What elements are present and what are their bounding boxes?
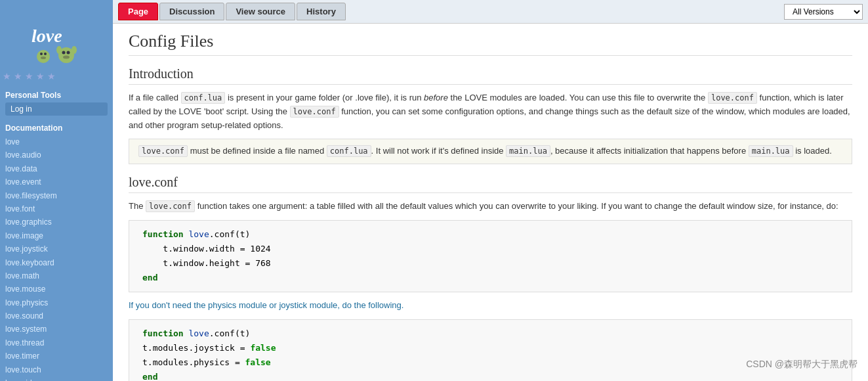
sidebar-link-love-sound[interactable]: love.sound	[5, 309, 108, 323]
intro-paragraph: If a file called conf.lua is present in …	[129, 91, 852, 132]
note-text4: is loaded.	[793, 146, 832, 156]
loveconf-code1: love.conf	[146, 200, 195, 212]
sidebar-link-love[interactable]: love	[5, 135, 108, 148]
cb2-end: end	[142, 372, 157, 381]
intro-code1: conf.lua	[181, 92, 226, 104]
svg-point-9	[56, 46, 62, 54]
code-block-2: function love.conf(t) t.modules.joystick…	[129, 319, 852, 381]
topbar: Page Discussion View source History All …	[113, 0, 868, 24]
sidebar-link-love-font[interactable]: love.font	[5, 202, 108, 215]
cb1-end: end	[142, 273, 157, 282]
cb1-line3: t.window.height = 768	[142, 258, 271, 268]
sidebar-link-love-timer[interactable]: love.timer	[5, 349, 108, 363]
sidebar: love ★ ★ ★ ★ ★ Pers	[0, 0, 113, 381]
intro-text-a: If a file called	[129, 93, 181, 102]
svg-point-7	[67, 51, 70, 55]
cb2-val3: false	[245, 357, 271, 367]
intro-code2: love.conf	[708, 92, 757, 104]
stars-decoration: ★ ★ ★ ★ ★	[3, 71, 56, 81]
documentation-section: Documentation lovelove.audiolove.datalov…	[0, 120, 113, 381]
logo-area: love ★ ★ ★ ★ ★	[0, 0, 113, 87]
loveconf-text-a: The	[129, 201, 146, 211]
if-text: If you don't need the physics module or …	[129, 299, 852, 313]
svg-point-6	[62, 51, 66, 55]
sidebar-link-love-event[interactable]: love.event	[5, 175, 108, 189]
sidebar-link-love-data[interactable]: love.data	[5, 162, 108, 175]
login-button[interactable]: Log in	[5, 102, 108, 116]
sidebar-link-love-math[interactable]: love.math	[5, 269, 108, 282]
note-text2: . It will not work if it's defined insid…	[371, 146, 506, 156]
svg-point-2	[40, 53, 43, 55]
note-box: love.conf must be defined inside a file …	[129, 139, 852, 164]
cb1-rest1: .conf(t)	[209, 229, 251, 239]
cb2-kw1: function	[142, 328, 188, 338]
loveconf-heading: love.conf	[129, 175, 852, 193]
content-area: Config Files Introduction If a file call…	[113, 24, 868, 381]
tab-view-source[interactable]: View source	[226, 3, 295, 20]
cb2-fn1: love	[188, 328, 209, 338]
sidebar-link-love-system[interactable]: love.system	[5, 323, 108, 336]
intro-text-b: is present in your game folder (or .love…	[225, 93, 424, 102]
note-code2: conf.lua	[327, 145, 371, 157]
svg-point-4	[41, 56, 46, 59]
svg-point-10	[72, 46, 77, 54]
note-code3: main.lua	[506, 145, 550, 157]
sidebar-link-love-physics[interactable]: love.physics	[5, 296, 108, 309]
sidebar-link-love-filesystem[interactable]: love.filesystem	[5, 189, 108, 202]
page-title: Config Files	[129, 32, 852, 56]
svg-text:love: love	[31, 26, 62, 46]
sidebar-link-love-video[interactable]: love.video	[5, 376, 108, 381]
tab-page[interactable]: Page	[118, 3, 158, 20]
note-code4: main.lua	[749, 145, 793, 157]
cb2-rest1: .conf(t)	[209, 328, 251, 338]
cb2-line2: t.modules.joystick =	[142, 343, 250, 353]
sidebar-link-love-thread[interactable]: love.thread	[5, 336, 108, 349]
documentation-title: Documentation	[5, 123, 108, 133]
note-code1: love.conf	[138, 145, 188, 157]
personal-tools-section: Personal Tools Log in	[0, 87, 113, 120]
svg-point-3	[44, 53, 47, 55]
loveconf-paragraph: The love.conf function takes one argumen…	[129, 200, 852, 213]
code-block-1: function love.conf(t) t.window.width = 1…	[129, 220, 852, 292]
tab-history[interactable]: History	[297, 3, 346, 20]
intro-italic: before	[424, 93, 448, 102]
cb1-kw1: function	[142, 229, 188, 239]
cb2-line3: t.modules.physics =	[142, 357, 245, 367]
sidebar-link-love-graphics[interactable]: love.graphics	[5, 215, 108, 229]
sidebar-link-love-touch[interactable]: love.touch	[5, 363, 108, 376]
tab-discussion[interactable]: Discussion	[159, 3, 224, 20]
svg-point-8	[63, 56, 70, 59]
versions-select[interactable]: All Versions	[784, 4, 863, 20]
logo-svg: love	[30, 24, 83, 63]
intro-heading: Introduction	[129, 66, 852, 85]
logo-top: love	[30, 24, 83, 63]
note-text1: must be defined inside a file named	[188, 146, 327, 156]
sidebar-link-love-mouse[interactable]: love.mouse	[5, 282, 108, 296]
logo-characters: love ★ ★ ★ ★ ★	[30, 24, 83, 63]
loveconf-text-b: function takes one argument: a table fil…	[195, 201, 838, 211]
sidebar-link-love-keyboard[interactable]: love.keyboard	[5, 256, 108, 269]
personal-tools-title: Personal Tools	[5, 91, 108, 100]
main-panel: Page Discussion View source History All …	[113, 0, 868, 381]
intro-text-c: the LOVE modules are loaded. You can use…	[448, 93, 708, 102]
cb2-val2: false	[250, 343, 276, 353]
note-text3: , because it affects initialization that…	[550, 146, 749, 156]
sidebar-link-love-audio[interactable]: love.audio	[5, 148, 108, 162]
cb1-fn1: love	[188, 229, 209, 239]
cb1-line2: t.window.width = 1024	[142, 244, 271, 254]
doc-links-list: lovelove.audiolove.datalove.eventlove.fi…	[5, 135, 108, 381]
intro-code3: love.conf	[290, 106, 339, 118]
sidebar-link-love-image[interactable]: love.image	[5, 229, 108, 242]
sidebar-link-love-joystick[interactable]: love.joystick	[5, 242, 108, 256]
